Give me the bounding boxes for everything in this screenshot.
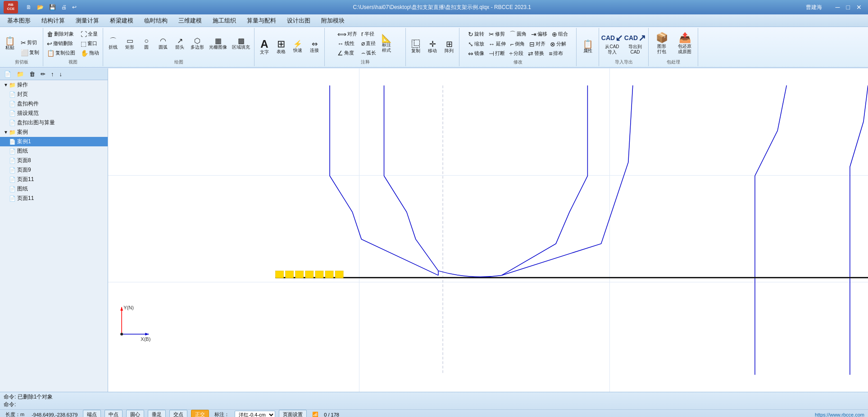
- property-button[interactable]: 📋 属性: [580, 33, 596, 60]
- tree-item-cover[interactable]: 📄 封页: [0, 90, 108, 99]
- copy-button[interactable]: ⬜ 复制: [19, 48, 41, 57]
- mirror-button[interactable]: ⇔镜像: [466, 49, 486, 58]
- page-setup-button[interactable]: 页面设置: [279, 410, 307, 417]
- polyline-button[interactable]: ⌒ 折线: [105, 36, 121, 51]
- restorepack-button[interactable]: 📤 包还原成原图: [673, 31, 696, 56]
- new-button[interactable]: 🗎: [24, 3, 33, 11]
- table-button[interactable]: ⊞ 表格: [273, 33, 289, 60]
- explode-button[interactable]: ⊗分解: [548, 40, 568, 49]
- menu-construction[interactable]: 施工组织: [207, 15, 241, 27]
- straight-dim-button[interactable]: ⌀ 直径: [359, 39, 377, 48]
- divide-button[interactable]: ÷分段: [508, 49, 526, 58]
- snap-center[interactable]: 圆心: [126, 410, 144, 417]
- rotate-button[interactable]: ↻旋转: [466, 29, 486, 39]
- cut-button[interactable]: ✂ 剪切: [19, 38, 41, 47]
- tree-item-descspec[interactable]: 📄 描设规范: [0, 109, 108, 118]
- move-button[interactable]: ✛ 移动: [424, 39, 441, 55]
- linear-dim-button[interactable]: ↔ 线性: [336, 39, 356, 48]
- fill-button[interactable]: ▩ 区域填充: [230, 36, 252, 51]
- paste-button[interactable]: 📋 粘贴: [2, 30, 18, 57]
- move-down-button[interactable]: ↓: [57, 70, 65, 78]
- tree-item-page9[interactable]: 📄 页面9: [0, 165, 108, 175]
- fullview-button[interactable]: ⛶ 全显: [79, 30, 100, 39]
- tree-item-ops[interactable]: ▼ 📁 操作: [0, 80, 108, 90]
- balalign-button[interactable]: ⊟对齐: [527, 40, 547, 49]
- from-cad-button[interactable]: CAD ↙ 从CAD导入: [601, 31, 623, 57]
- tree-item-page8[interactable]: 📄 页面8: [0, 156, 108, 165]
- align-dim-button[interactable]: ⟺ 对齐: [336, 30, 359, 39]
- delete-obj-button[interactable]: 🗑 删除对象: [45, 30, 76, 39]
- undo-delete-button[interactable]: ↩ 撤销删除: [45, 39, 75, 48]
- extend-button[interactable]: ↔延伸: [487, 40, 508, 49]
- quick-button[interactable]: ⚡ 快速: [290, 39, 306, 54]
- annotation-label: 注释: [361, 59, 370, 65]
- menu-design[interactable]: 设计出图: [282, 15, 316, 27]
- tree-item-page11[interactable]: 📄 页面11: [0, 175, 108, 184]
- menu-3d[interactable]: 三维建模: [173, 15, 207, 27]
- snap-endpoint[interactable]: 端点: [83, 410, 101, 417]
- tree-item-diskcomp[interactable]: 📄 盘扣构件: [0, 99, 108, 109]
- window-button[interactable]: ⬚ 窗口: [79, 39, 99, 48]
- tree-item-cases[interactable]: ▼ 📁 案例: [0, 127, 108, 137]
- move-up-button[interactable]: ↑: [49, 70, 56, 78]
- canvas-area[interactable]: Y(N) X(B): [108, 68, 868, 392]
- array-button[interactable]: ⊞ 阵列: [441, 39, 457, 55]
- menu-addon[interactable]: 附加模块: [316, 15, 350, 27]
- connect-button[interactable]: ⇔ 连接: [306, 39, 323, 54]
- mark-style-button[interactable]: 📐 标注样式: [378, 30, 395, 57]
- rename-item-button[interactable]: ✏: [38, 70, 48, 78]
- open-button[interactable]: 📂: [35, 3, 45, 11]
- label-select[interactable]: 洋红-0.4-cm 红-0.4-cm 黑-0.4-cm: [235, 411, 275, 417]
- maximize-button[interactable]: □: [844, 3, 853, 12]
- drawpack-button[interactable]: 📦 图形打包: [650, 31, 673, 56]
- replace-button[interactable]: ⇄替换: [526, 49, 546, 58]
- snap-intersection[interactable]: 交点: [169, 410, 187, 417]
- combine-button[interactable]: ⊕组合: [550, 29, 570, 39]
- delete-item-button[interactable]: 🗑: [27, 70, 37, 78]
- drawing-canvas[interactable]: Y(N) X(B): [108, 68, 868, 392]
- halfr-dim-button[interactable]: r 半径: [359, 29, 376, 38]
- save-button[interactable]: 💾: [47, 3, 58, 11]
- copy-pos-button[interactable]: 📋 复制位图: [45, 49, 77, 58]
- rect-button[interactable]: ▭ 矩形: [122, 36, 138, 51]
- arrow-button[interactable]: ↗ 箭头: [172, 36, 188, 51]
- menu-bridge[interactable]: 桥梁建模: [105, 15, 139, 27]
- hatch-button[interactable]: ▦ 光栅图像: [207, 36, 229, 51]
- tree-item-drawing1[interactable]: 📄 图纸: [0, 146, 108, 156]
- tree-item-drawing2[interactable]: 📄 图纸: [0, 184, 108, 194]
- menu-structural[interactable]: 结构计算: [36, 15, 70, 27]
- to-cad-button[interactable]: CAD ↗ 导出到CAD: [624, 31, 646, 57]
- trim-button[interactable]: ✂修剪: [487, 29, 507, 39]
- menu-measure[interactable]: 测量计算: [70, 15, 105, 27]
- drag-button[interactable]: ✋ 拖动: [79, 49, 101, 58]
- add-folder-button[interactable]: 📁: [14, 70, 26, 78]
- circle-button[interactable]: ○ 圆: [138, 36, 155, 51]
- menu-quantity[interactable]: 算量与配料: [241, 15, 282, 27]
- snap-perpendicular[interactable]: 垂足: [148, 410, 166, 417]
- text-button[interactable]: A 文字: [256, 33, 273, 60]
- chamfer-button[interactable]: ⌐倒角: [509, 40, 527, 49]
- print-button[interactable]: 🖨: [59, 3, 68, 11]
- snap-ortho[interactable]: 正交: [191, 410, 209, 417]
- menu-basicshape[interactable]: 基本图形: [2, 15, 36, 27]
- close-button[interactable]: ✕: [854, 3, 864, 12]
- offset-button[interactable]: ⇥偏移: [529, 29, 549, 39]
- polygon-button[interactable]: ⬡ 多边形: [188, 36, 206, 51]
- tree-item-page11b[interactable]: 📄 页面11: [0, 194, 108, 203]
- scale-button[interactable]: ⤡缩放: [466, 40, 486, 49]
- tree-item-diskdraw[interactable]: 📄 盘扣出图与算量: [0, 118, 108, 127]
- angle-dim-button[interactable]: ∠ 角度: [336, 49, 356, 58]
- arc-button[interactable]: ◠ 圆弧: [155, 36, 171, 51]
- tree-item-case1[interactable]: 📄 案例1: [0, 137, 108, 146]
- add-page-button[interactable]: 📄: [2, 70, 14, 78]
- website-link[interactable]: https://www.rbcce.com: [815, 412, 864, 417]
- menu-temp[interactable]: 临时结构: [139, 15, 173, 27]
- minimize-button[interactable]: ─: [833, 3, 843, 12]
- break-button[interactable]: ⊣打断: [487, 49, 507, 58]
- arclength-dim-button[interactable]: ⌢ 弧长: [359, 48, 378, 58]
- copyobj-button[interactable]: ⿺ 复制: [408, 39, 424, 55]
- undo-button[interactable]: ↩: [70, 3, 78, 11]
- arrange-button[interactable]: ≡排布: [547, 49, 565, 58]
- snap-midpoint[interactable]: 中点: [105, 410, 123, 417]
- fillet-button[interactable]: ⌒圆角: [508, 29, 528, 39]
